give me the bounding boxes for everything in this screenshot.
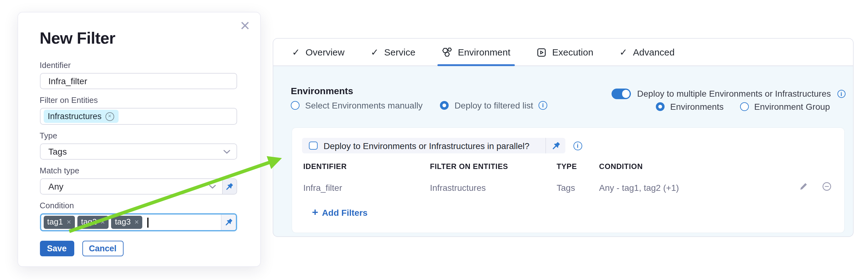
chip-remove-icon[interactable]: × [67, 218, 71, 226]
row-filter-on-entities: Infrastructures [430, 183, 486, 193]
identifier-label: Identifier [40, 61, 238, 70]
tab-label: Service [384, 47, 415, 57]
stage-tabbar: ✓ Overview ✓ Service Environment [273, 38, 854, 66]
text-cursor [148, 217, 149, 227]
col-header-type: TYPE [557, 162, 577, 171]
pin-button[interactable] [222, 178, 237, 195]
multi-env-toggle-row: Deploy to multiple Environments or Infra… [612, 89, 845, 99]
condition-group: Condition tag1 × tag2 × tag3 × [40, 201, 238, 231]
condition-chip: tag3 × [111, 216, 143, 229]
tab-advanced[interactable]: ✓ Advanced [607, 39, 688, 66]
environment-tab-body: Environments Select Environments manuall… [273, 66, 854, 237]
row-condition: Any - tag1, tag2 (+1) [599, 183, 679, 193]
radio-icon [656, 102, 664, 111]
filter-on-entities-group: Filter on Entities Infrastructures × [40, 96, 238, 125]
plus-icon: + [312, 207, 318, 218]
col-header-filter-on-entities: FILTER ON ENTITIES [430, 162, 508, 171]
pin-icon [225, 182, 234, 190]
new-filter-modal: × New Filter Identifier Infra_filter Fil… [17, 12, 260, 267]
info-icon[interactable]: i [574, 142, 582, 150]
tab-overview[interactable]: ✓ Overview [279, 39, 358, 66]
add-filters-label: Add Filters [322, 207, 368, 217]
chip-remove-icon[interactable]: × [134, 218, 139, 226]
condition-input[interactable]: tag1 × tag2 × tag3 × [40, 213, 237, 231]
match-type-select[interactable]: Any [40, 178, 222, 195]
radio-environments[interactable]: Environments [656, 102, 723, 112]
condition-chip: tag2 × [78, 216, 109, 229]
radio-deploy-to-filtered-list[interactable]: Deploy to filtered list i [440, 100, 547, 110]
tab-environment[interactable]: Environment [428, 39, 523, 66]
radio-label: Deploy to filtered list [455, 100, 533, 110]
filter-on-entities-input[interactable]: Infrastructures × [40, 108, 237, 125]
match-type-group: Match type Any [40, 166, 238, 195]
edit-pencil-icon[interactable] [799, 181, 809, 191]
radio-environment-group[interactable]: Environment Group [740, 102, 830, 112]
tab-execution[interactable]: Execution [524, 39, 607, 66]
execution-icon [537, 47, 547, 57]
radio-icon [440, 101, 449, 110]
save-button[interactable]: Save [40, 241, 74, 256]
deploy-multiple-toggle[interactable] [612, 89, 631, 99]
condition-chip-label: tag1 [47, 218, 63, 227]
filter-on-entities-label: Filter on Entities [40, 96, 238, 105]
col-header-condition: CONDITION [599, 162, 643, 171]
cancel-button[interactable]: Cancel [82, 241, 123, 256]
type-value: Tags [49, 146, 67, 156]
add-filters-button[interactable]: + Add Filters [312, 207, 368, 218]
environment-icon [441, 47, 452, 57]
environments-heading: Environments [291, 85, 353, 96]
check-icon: ✓ [620, 47, 627, 57]
parallel-checkbox-label: Deploy to Environments or Infrastructure… [323, 141, 529, 151]
chip-remove-icon[interactable]: × [100, 218, 105, 226]
stage-panel: ✓ Overview ✓ Service Environment [273, 38, 854, 237]
radio-label: Environments [670, 102, 723, 112]
tab-label: Environment [458, 47, 510, 57]
pin-icon [224, 218, 232, 226]
col-header-identifier: IDENTIFIER [303, 162, 347, 171]
row-identifier: Infra_filter [303, 183, 342, 193]
type-group: Type Tags [40, 131, 238, 160]
radio-select-environments-manually[interactable]: Select Environments manually [291, 100, 423, 110]
condition-label: Condition [40, 201, 238, 210]
entities-chip-label: Infrastructures [48, 112, 102, 121]
condition-chip-label: tag2 [81, 218, 97, 227]
tab-service[interactable]: ✓ Service [358, 39, 428, 66]
match-type-value: Any [49, 181, 63, 191]
remove-minus-icon[interactable] [822, 181, 832, 191]
toggle-label: Deploy to multiple Environments or Infra… [637, 89, 831, 99]
identifier-group: Identifier Infra_filter [40, 61, 238, 89]
check-icon: ✓ [292, 47, 300, 57]
radio-label: Environment Group [754, 102, 830, 112]
tab-label: Overview [306, 47, 344, 57]
screenshot-root: × New Filter Identifier Infra_filter Fil… [0, 0, 868, 280]
pin-button[interactable] [546, 141, 565, 150]
type-label: Type [40, 131, 238, 140]
radio-icon [291, 101, 300, 110]
tab-label: Advanced [633, 47, 675, 57]
filters-card: Deploy to Environments or Infrastructure… [292, 128, 844, 233]
radio-icon [740, 102, 748, 111]
match-type-label: Match type [40, 166, 238, 175]
info-icon[interactable]: i [539, 101, 547, 110]
parallel-option-bar: Deploy to Environments or Infrastructure… [302, 138, 565, 153]
chip-remove-icon[interactable]: × [105, 112, 114, 121]
tab-label: Execution [552, 47, 593, 57]
entities-chip: Infrastructures × [43, 110, 119, 123]
close-icon[interactable]: × [240, 18, 250, 34]
modal-title: New Filter [40, 29, 238, 48]
toggle-knob [622, 90, 630, 98]
radio-label: Select Environments manually [305, 100, 423, 110]
identifier-value: Infra_filter [49, 76, 87, 86]
condition-chip-label: tag3 [115, 218, 131, 227]
type-select[interactable]: Tags [40, 143, 237, 160]
pin-button[interactable] [221, 214, 236, 230]
env-type-radio-row: Environments Environment Group [656, 102, 830, 112]
pin-icon [551, 141, 560, 150]
check-icon: ✓ [371, 47, 378, 57]
row-type: Tags [557, 183, 575, 193]
identifier-input[interactable]: Infra_filter [40, 73, 237, 89]
chevron-down-icon [223, 149, 230, 154]
condition-chip: tag1 × [43, 216, 75, 229]
info-icon[interactable]: i [837, 90, 845, 98]
parallel-checkbox[interactable] [309, 142, 317, 150]
